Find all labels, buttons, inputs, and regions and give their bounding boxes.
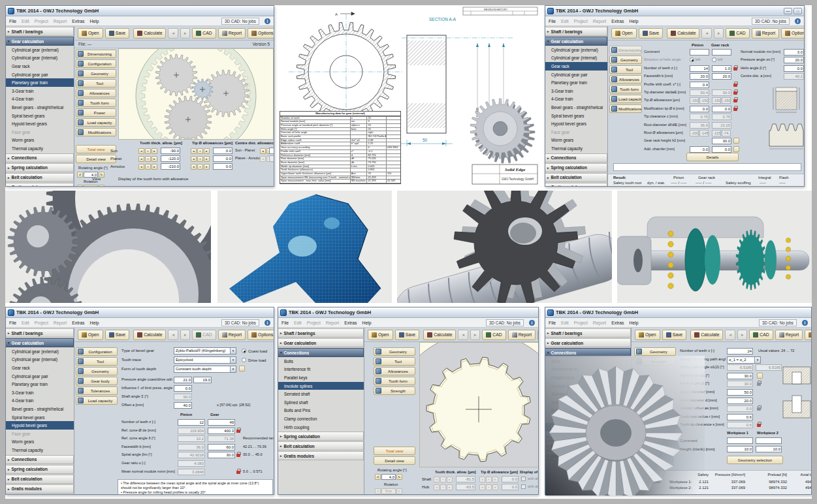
sidebar-item-cylindrical-gear-external-[interactable]: Cylindrical gear (external) (6, 347, 74, 356)
lock-icon[interactable] (733, 89, 738, 95)
lock-icon[interactable] (236, 452, 241, 458)
sidebar-header-belt-calculation[interactable]: ▸Belt calculation (278, 441, 364, 450)
sidebar-item-worm-gears[interactable]: Worm gears (6, 136, 74, 145)
redo-button[interactable]: ▸ (737, 330, 747, 340)
radio-left[interactable] (690, 57, 694, 62)
sidebar-item-4-gear-train[interactable]: 4-Gear train (545, 95, 607, 104)
sidebar-item-serrated-shaft[interactable]: Serrated shaft (278, 390, 364, 398)
report-button[interactable]: Report (218, 28, 246, 39)
field-input[interactable]: 50.0 (727, 389, 753, 396)
panel-button-tool[interactable]: Tool (76, 79, 116, 87)
menu-project[interactable]: Project (574, 19, 588, 24)
sidebar-item-3-gear-train[interactable]: 3-Gear train (6, 388, 74, 397)
redo-button[interactable]: ▸ (470, 330, 480, 340)
panel-button-geometry[interactable]: Geometry (609, 55, 642, 64)
spin-right-icon[interactable]: ▸ (204, 164, 210, 170)
panel-button-configuration[interactable]: Configuration (76, 59, 116, 68)
lock-icon[interactable] (733, 82, 738, 87)
lock-icon[interactable] (733, 106, 738, 112)
open-button[interactable]: Open (78, 28, 103, 39)
sidebar-header-gratis-modules[interactable]: ▸Gratis modules (6, 484, 74, 494)
undo-button[interactable]: ◂ (725, 330, 735, 340)
field-input[interactable]: 400.3 (208, 428, 235, 434)
sidebar-item-thermal-capacity[interactable]: Thermal capacity (6, 144, 74, 153)
panel-button-allowances[interactable]: Allowances (76, 89, 116, 97)
open-button[interactable]: Open (611, 28, 637, 39)
panel-button-allowances[interactable]: Allowances (374, 367, 415, 375)
menu-help[interactable]: Help (90, 321, 99, 325)
sidebar-header-spring-calculation[interactable]: ▸Spring calculation (545, 163, 607, 172)
panel-button-dimensioning[interactable]: Dimensioning (609, 46, 642, 54)
menu-edit[interactable]: Edit (22, 19, 29, 24)
panel-button-tolerances[interactable]: Tolerances (76, 386, 118, 395)
tooth-allowance-input[interactable]: -120.0 (161, 155, 180, 162)
report-button[interactable]: Report (752, 28, 779, 39)
sidebar-item-spiral-bevel-gears[interactable]: Spiral bevel gears (545, 112, 607, 120)
options-button[interactable]: Options (781, 28, 804, 39)
sidebar-header-gear-calculation[interactable]: ▾Gear calculation (6, 338, 74, 347)
panel-button-tooth-form[interactable]: Tooth form (609, 85, 642, 93)
sidebar-header-gear-calculation[interactable]: ▸Gear calculation (278, 338, 364, 347)
sidebar-item-planetary-gear-train[interactable]: Planetary gear train (6, 78, 74, 87)
info-icon[interactable]: i (529, 320, 535, 326)
open-button[interactable]: Open (78, 330, 103, 340)
field-input[interactable]: 20.0 (727, 398, 753, 404)
spin-left-icon[interactable]: ◂ (191, 164, 197, 170)
sidebar-item-hypoid-bevel-gears[interactable]: Hypoid bevel gears (6, 119, 74, 128)
field-input[interactable]: 40.0 (174, 402, 192, 409)
menu-help[interactable]: Help (630, 19, 639, 24)
calculate-button[interactable]: Calculate (423, 330, 456, 340)
radio-drive-load[interactable] (242, 358, 246, 362)
minimize-button[interactable]: — (784, 8, 792, 14)
spin-right-icon[interactable]: ▸ (152, 164, 157, 170)
select-tooth-trace[interactable]: Epicycloid▼ (174, 356, 236, 364)
sidebar-item-cylindrical-gear-pair[interactable]: Cylindrical gear pair (545, 71, 607, 79)
field-input[interactable]: 0.4 (690, 82, 709, 88)
menu-extras[interactable]: Extras (611, 321, 624, 325)
sidebar-header-belt-calculation[interactable]: ▸Belt calculation (545, 173, 607, 182)
sidebar-item-gear-rack[interactable]: Gear rack (545, 62, 607, 71)
save-button[interactable]: Save (105, 330, 130, 340)
field-input[interactable]: 30.0 (712, 138, 731, 144)
menu-help[interactable]: Help (90, 19, 99, 24)
lock-icon[interactable] (236, 469, 241, 475)
report-button[interactable]: Report (775, 330, 803, 340)
sidebar-header-shaft-bearings[interactable]: ▸Shaft / bearings (545, 27, 607, 36)
calculate-button[interactable]: Calculate (667, 28, 699, 39)
save-button[interactable]: Save (662, 330, 687, 340)
sidebar-header-gear-calculation[interactable]: ▾Gear calculation (6, 37, 74, 46)
report-button[interactable]: Report (218, 330, 246, 340)
height-input-2[interactable]: 10.0 (756, 446, 782, 452)
field-input[interactable]: 0.0 (712, 106, 731, 112)
sidebar-item-cylindrical-gear-internal-[interactable]: Cylindrical gear (internal) (545, 54, 607, 63)
sidebar-item-cylindrical-gear-external-[interactable]: Cylindrical gear (external) (545, 46, 607, 54)
save-button[interactable]: Save (395, 330, 420, 340)
panel-button-tooth-form[interactable]: Tooth form (76, 99, 116, 107)
sidebar-item-cylindrical-gear-external-[interactable]: Cylindrical gear (external) (6, 46, 74, 54)
redo-button[interactable]: ▸ (180, 330, 190, 340)
rotate-cw-icon[interactable]: ↻ (99, 185, 104, 186)
centre-allowance-input[interactable]: 0.0 (269, 148, 274, 154)
radio-left[interactable] (712, 57, 716, 62)
undo-button[interactable]: ◂ (168, 330, 178, 340)
undo-button[interactable]: ◂ (458, 330, 468, 340)
sidebar-item-spiral-bevel-gears[interactable]: Spiral bevel gears (6, 112, 74, 120)
rotate-ccw-icon[interactable]: ↺ (375, 474, 381, 480)
sidebar-item-clamp-connection[interactable]: Clamp connection (278, 415, 364, 423)
sidebar-header-spring-calculation[interactable]: ▸Spring calculation (6, 465, 74, 474)
panel-button-modifications[interactable]: Modifications (76, 128, 116, 136)
report-button[interactable]: Report (508, 330, 536, 340)
sidebar-item-bolts-and-pins[interactable]: Bolts and Pins (278, 407, 364, 415)
field-input[interactable]: 20.0 (690, 73, 709, 80)
info-icon[interactable]: i (802, 320, 808, 326)
field-input[interactable] (690, 49, 709, 55)
field-input[interactable]: 30.0 (208, 452, 235, 458)
field-input[interactable]: 0.0 (712, 146, 731, 153)
spin-mid-icon[interactable]: ▪ (145, 164, 151, 170)
stop-button[interactable]: Stop (84, 185, 98, 186)
menu-report[interactable]: Report (326, 321, 339, 325)
field-input[interactable]: 0.0 (174, 385, 192, 392)
comment-input-1[interactable] (727, 437, 753, 444)
options-button[interactable]: Options (805, 330, 811, 340)
sidebar-item-face-gear[interactable]: Face gear (545, 128, 607, 136)
